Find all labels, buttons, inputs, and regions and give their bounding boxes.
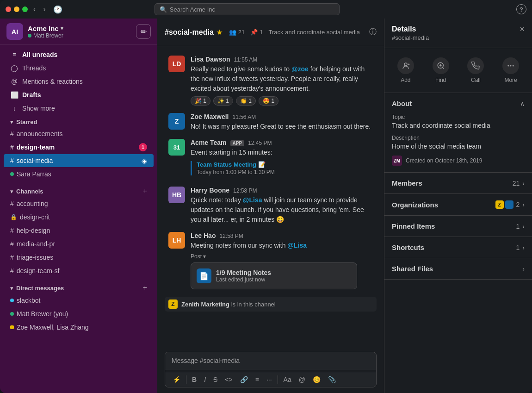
find-label: Find (435, 77, 446, 83)
post-card[interactable]: 📄 1/9 Meeting Notes Last edited just now (191, 262, 357, 289)
mention[interactable]: @Lisa (243, 196, 262, 204)
text-style-button[interactable]: Aa (281, 374, 294, 385)
call-action-button[interactable]: Call (458, 54, 494, 87)
link-button[interactable]: 🔗 (237, 374, 251, 385)
dm-item-zoe-lisa[interactable]: Zoe Maxwell, Lisa Zhang (4, 321, 154, 334)
message-author: Harry Boone (191, 187, 229, 194)
mentions-icon: @ (10, 78, 19, 85)
message-body: Acme Team APP 12:45 PM Event starting in… (191, 139, 373, 179)
sidebar-item-threads[interactable]: ◯ Threads (4, 62, 154, 75)
lock-icon: 🔒 (10, 214, 17, 220)
close-details-button[interactable]: × (520, 25, 525, 33)
forward-button[interactable]: › (41, 4, 47, 14)
add-channel-button[interactable]: + (143, 187, 147, 195)
workspace-name[interactable]: Acme Inc ▾ (28, 25, 131, 32)
channel-item-design-team[interactable]: # design-team 1 (4, 141, 154, 154)
hash-icon: # (10, 267, 14, 274)
shortcuts-count: 1 (516, 244, 520, 251)
workspace-caret-icon: ▾ (61, 25, 63, 31)
reaction[interactable]: 😍 1 (259, 96, 278, 106)
organizations-section-row[interactable]: Organizations Z 2 › (384, 194, 532, 215)
channel-item-design-team-sf[interactable]: # design-team-sf (4, 264, 154, 277)
channel-item-triage-issues[interactable]: # triage-issues (4, 251, 154, 264)
description-label: Description (392, 135, 525, 141)
search-placeholder: Search Acme Inc (170, 6, 215, 13)
pinned-items-section-row[interactable]: Pinned Items 1 › (384, 216, 532, 237)
dm-status-dot (10, 172, 14, 176)
emoji-button[interactable]: 😊 (310, 374, 323, 385)
reaction[interactable]: 🎉 1 (191, 96, 210, 106)
dm-section-header[interactable]: ▾ Direct messages + (4, 281, 154, 293)
all-unreads-icon: ≡ (10, 51, 19, 58)
sidebar-item-all-unreads[interactable]: ≡ All unreads (4, 48, 154, 61)
dm-item-sara-parras[interactable]: Sara Parras (4, 168, 154, 181)
mention-button[interactable]: @ (296, 374, 308, 385)
description-value: Home of the social media team (392, 143, 525, 150)
toolbar-separator (278, 375, 278, 384)
strikethrough-button[interactable]: S (210, 374, 220, 385)
workspace-avatar: AI (6, 23, 23, 40)
drafts-icon: ⬜ (10, 91, 19, 99)
attach-button[interactable]: 📎 (325, 374, 339, 385)
reaction[interactable]: 👏 1 (236, 96, 256, 106)
shortcuts-section-row[interactable]: Shortcuts 1 › (384, 237, 532, 258)
back-button[interactable]: ‹ (31, 4, 37, 14)
add-dm-button[interactable]: + (143, 284, 147, 292)
mention[interactable]: @Lisa (287, 242, 307, 249)
help-button[interactable]: ? (516, 4, 526, 14)
maximize-window-button[interactable] (22, 6, 28, 12)
compose-button[interactable]: ✏ (136, 24, 151, 39)
lightning-button[interactable]: ⚡ (170, 374, 183, 385)
channel-item-accounting[interactable]: # accounting (4, 197, 154, 210)
message-toolbar: ⚡ B I S <> 🔗 ≡ ··· Aa @ 😊 📎 (165, 372, 376, 387)
add-label: Add (401, 77, 410, 83)
shortcuts-chevron-icon: › (522, 244, 525, 251)
about-section-header[interactable]: About ∧ (384, 93, 532, 114)
members-section-row[interactable]: Members 21 › (384, 173, 532, 193)
italic-button[interactable]: I (201, 374, 209, 385)
dm-item-matt-brewer[interactable]: Matt Brewer (you) (4, 307, 154, 320)
message-row: 31 Acme Team APP 12:45 PM Event starting… (165, 137, 377, 181)
channels-section-header[interactable]: ▾ Channels + (4, 184, 154, 196)
post-label[interactable]: Post ▾ (191, 253, 373, 260)
channel-item-design-crit[interactable]: 🔒 design-crit (4, 211, 154, 224)
find-action-button[interactable]: Find (423, 54, 458, 87)
pin-icon: 📌 (250, 29, 258, 36)
channel-item-help-design[interactable]: # help-design (4, 224, 154, 237)
dm-item-slackbot[interactable]: slackbot (4, 294, 154, 307)
shared-files-section-row[interactable]: Shared Files › (384, 258, 532, 279)
history-button[interactable]: 🕐 (51, 4, 64, 15)
thread-link[interactable]: Team Status Meeting 📝 (197, 161, 373, 168)
search-bar[interactable]: 🔍 Search Acme Inc (155, 3, 340, 15)
bold-button[interactable]: B (189, 374, 199, 385)
list-button[interactable]: ≡ (253, 374, 262, 385)
code-button[interactable]: <> (222, 374, 235, 385)
workspace-user: Matt Brewer (28, 32, 131, 39)
reaction[interactable]: ✨ 1 (213, 96, 233, 106)
sidebar-item-show-more[interactable]: ↓ Show more (4, 102, 154, 115)
channel-item-social-media[interactable]: # social-media ◈ (4, 154, 154, 167)
more-button[interactable]: ··· (264, 374, 275, 385)
starred-section-header[interactable]: ▾ Starred (4, 116, 154, 126)
add-action-button[interactable]: Add (388, 54, 423, 87)
mention[interactable]: @zoe (291, 65, 309, 73)
star-icon[interactable]: ★ (217, 29, 223, 36)
channel-item-media-and-pr[interactable]: # media-and-pr (4, 237, 154, 250)
zenith-icon: Z (168, 299, 178, 309)
avatar: Z (168, 113, 185, 130)
message-body: Zoe Maxwell 11:56 AM No! It was my pleas… (191, 113, 373, 131)
message-row: LD Lisa Dawson 11:55 AM Really need to g… (165, 54, 377, 107)
more-action-button[interactable]: More (493, 54, 528, 87)
message-input[interactable] (165, 352, 376, 370)
sidebar-item-mentions-reactions[interactable]: @ Mentions & reactions (4, 75, 154, 88)
minimize-window-button[interactable] (14, 6, 19, 12)
titlebar: ‹ › 🕐 🔍 Search Acme Inc ? (0, 0, 532, 19)
channel-info-button[interactable]: ⓘ (369, 27, 377, 37)
sidebar-item-drafts[interactable]: ⬜ Drafts (4, 88, 154, 101)
message-body: Harry Boone 12:58 PM Quick note: today @… (191, 187, 373, 225)
organizations-section: Organizations Z 2 › (384, 194, 532, 216)
message-author: Zoe Maxwell (191, 113, 229, 120)
close-window-button[interactable] (6, 6, 11, 12)
svg-point-9 (513, 65, 514, 67)
channel-item-announcements[interactable]: # announcements (4, 127, 154, 140)
